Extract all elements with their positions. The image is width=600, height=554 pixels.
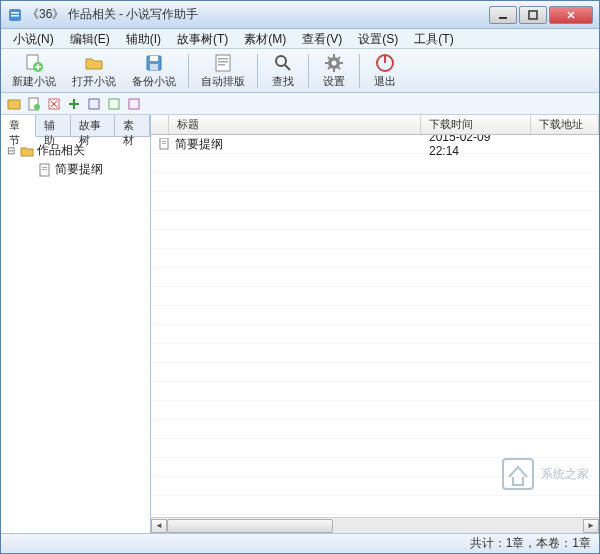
menu-novel[interactable]: 小说(N) <box>5 29 62 48</box>
tab-material[interactable]: 素材 <box>115 115 150 136</box>
close-button[interactable] <box>549 6 593 24</box>
svg-rect-30 <box>162 141 166 142</box>
open-novel-icon <box>84 53 104 73</box>
svg-rect-31 <box>162 143 166 144</box>
list-row[interactable]: 简要提纲 2015-02-09 22:14 <box>151 135 599 153</box>
svg-rect-2 <box>11 15 19 17</box>
tree-child-label: 简要提纲 <box>55 161 103 178</box>
document-icon <box>38 163 52 177</box>
svg-rect-4 <box>529 11 537 19</box>
small-tool-2[interactable] <box>25 95 43 113</box>
svg-rect-1 <box>11 12 19 14</box>
minimize-button[interactable] <box>489 6 517 24</box>
sidebar-tabs: 章节 辅助 故事树 素材 <box>1 115 150 137</box>
content-pane: 标题 下载时间 下载地址 简要提纲 2015-02-09 22:14 系统之家 <box>151 115 599 533</box>
menu-view[interactable]: 查看(V) <box>294 29 350 48</box>
svg-rect-12 <box>218 61 228 63</box>
list-body[interactable]: 简要提纲 2015-02-09 22:14 系统之家 <box>151 135 599 517</box>
window-controls <box>489 6 593 24</box>
chapter-tree: ⊟ 作品相关 简要提纲 <box>1 137 150 533</box>
tree-child[interactable]: 简要提纲 <box>5 160 146 179</box>
svg-point-14 <box>276 56 286 66</box>
menu-edit[interactable]: 编辑(E) <box>62 29 118 48</box>
svg-rect-9 <box>150 64 158 70</box>
toolbar-separator <box>359 54 360 88</box>
list-header: 标题 下载时间 下载地址 <box>151 115 599 135</box>
auto-typeset-button[interactable]: 自动排版 <box>194 50 252 92</box>
tree-collapse-icon[interactable]: ⊟ <box>5 145 17 156</box>
small-tool-1[interactable] <box>5 95 23 113</box>
find-icon <box>273 53 293 73</box>
window-title: 《36》 作品相关 - 小说写作助手 <box>27 6 489 23</box>
app-window: 《36》 作品相关 - 小说写作助手 小说(N) 编辑(E) 辅助(I) 故事树… <box>0 0 600 554</box>
tool-label: 查找 <box>272 74 294 89</box>
menu-assist[interactable]: 辅助(I) <box>118 29 169 48</box>
tool-label: 新建小说 <box>12 74 56 89</box>
scroll-left-button[interactable]: ◄ <box>151 519 167 533</box>
folder-icon <box>20 144 34 158</box>
scroll-right-button[interactable]: ► <box>583 519 599 533</box>
scroll-track[interactable] <box>167 519 583 533</box>
svg-rect-32 <box>503 459 533 489</box>
find-button[interactable]: 查找 <box>263 50 303 92</box>
svg-rect-8 <box>150 56 158 61</box>
titlebar: 《36》 作品相关 - 小说写作助手 <box>1 1 599 29</box>
col-title[interactable]: 标题 <box>169 115 421 134</box>
document-icon <box>159 138 171 150</box>
svg-rect-3 <box>499 17 507 19</box>
settings-icon <box>324 53 344 73</box>
row-title: 简要提纲 <box>175 136 223 153</box>
exit-button[interactable]: 退出 <box>365 50 405 92</box>
tree-root-label: 作品相关 <box>37 142 85 159</box>
svg-rect-11 <box>218 58 228 60</box>
backup-novel-button[interactable]: 备份小说 <box>125 50 183 92</box>
svg-rect-18 <box>384 55 386 63</box>
svg-rect-10 <box>216 55 230 71</box>
status-text: 共计：1章，本卷：1章 <box>470 535 591 552</box>
small-toolbar <box>1 93 599 115</box>
watermark: 系统之家 <box>501 457 589 491</box>
menu-settings[interactable]: 设置(S) <box>350 29 406 48</box>
toolbar-separator <box>188 54 189 88</box>
col-time[interactable]: 下载时间 <box>421 115 531 134</box>
toolbar-separator <box>257 54 258 88</box>
tool-label: 设置 <box>323 74 345 89</box>
menu-storytree[interactable]: 故事树(T) <box>169 29 236 48</box>
tree-root[interactable]: ⊟ 作品相关 <box>5 141 146 160</box>
main-area: 章节 辅助 故事树 素材 ⊟ 作品相关 简要提纲 <box>1 115 599 533</box>
maximize-button[interactable] <box>519 6 547 24</box>
toolbar: 新建小说 打开小说 备份小说 自动排版 查找 设置 退出 <box>1 49 599 93</box>
horizontal-scrollbar: ◄ ► <box>151 517 599 533</box>
watermark-text: 系统之家 <box>541 466 589 483</box>
svg-rect-28 <box>42 169 47 170</box>
small-tool-5[interactable] <box>85 95 103 113</box>
menu-material[interactable]: 素材(M) <box>236 29 294 48</box>
menu-tools[interactable]: 工具(T) <box>406 29 461 48</box>
app-icon <box>7 7 23 23</box>
svg-rect-13 <box>218 64 225 66</box>
tool-label: 退出 <box>374 74 396 89</box>
svg-rect-25 <box>129 99 139 109</box>
small-tool-4[interactable] <box>65 95 83 113</box>
col-url[interactable]: 下载地址 <box>531 115 599 134</box>
svg-rect-27 <box>42 167 47 168</box>
small-tool-6[interactable] <box>105 95 123 113</box>
statusbar: 共计：1章，本卷：1章 <box>1 533 599 553</box>
small-tool-7[interactable] <box>125 95 143 113</box>
settings-button[interactable]: 设置 <box>314 50 354 92</box>
svg-rect-24 <box>109 99 119 109</box>
scroll-thumb[interactable] <box>167 519 333 533</box>
tool-label: 打开小说 <box>72 74 116 89</box>
backup-novel-icon <box>144 53 164 73</box>
tab-storytree[interactable]: 故事树 <box>71 115 115 136</box>
menubar: 小说(N) 编辑(E) 辅助(I) 故事树(T) 素材(M) 查看(V) 设置(… <box>1 29 599 49</box>
svg-rect-23 <box>89 99 99 109</box>
col-icon[interactable] <box>151 115 169 134</box>
open-novel-button[interactable]: 打开小说 <box>65 50 123 92</box>
new-novel-icon <box>24 53 44 73</box>
small-tool-3[interactable] <box>45 95 63 113</box>
tab-assist[interactable]: 辅助 <box>36 115 71 136</box>
svg-point-16 <box>332 60 337 65</box>
new-novel-button[interactable]: 新建小说 <box>5 50 63 92</box>
tab-chapter[interactable]: 章节 <box>1 115 36 137</box>
